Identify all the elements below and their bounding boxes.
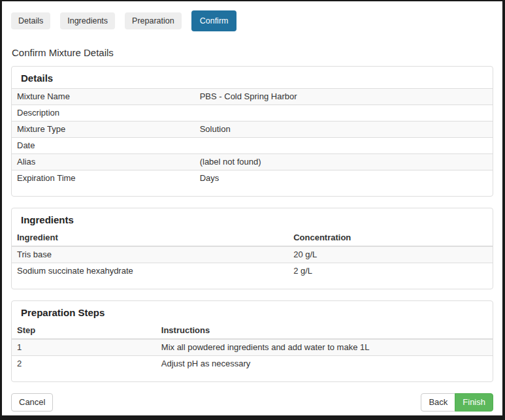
details-panel: Details Mixture Name PBS - Cold Spring H… <box>11 66 493 197</box>
details-row: Alias (label not found) <box>12 154 493 170</box>
detail-label: Alias <box>12 154 195 170</box>
preparation-step-row: 2 Adjust pH as necessary <box>12 356 493 372</box>
column-header-concentration: Concentration <box>288 230 493 246</box>
page-title: Confirm Mixture Details <box>12 46 493 59</box>
step-number: 1 <box>12 339 156 356</box>
tab-details[interactable]: Details <box>11 12 50 29</box>
ingredients-heading: Ingredients <box>12 208 493 230</box>
detail-label: Mixture Name <box>12 89 195 105</box>
details-row: Expiration Time Days <box>12 170 493 187</box>
ingredient-name: Tris base <box>12 246 288 263</box>
preparation-step-row: 1 Mix all powdered ingredients and add w… <box>12 339 493 356</box>
wizard-tabs: Details Ingredients Preparation Confirm <box>11 10 493 31</box>
ingredients-header-row: Ingredient Concentration <box>12 230 493 246</box>
app-window: Details Ingredients Preparation Confirm … <box>0 0 505 420</box>
column-header-instructions: Instructions <box>156 323 493 339</box>
column-header-step: Step <box>12 323 156 339</box>
ingredients-panel: Ingredients Ingredient Concentration Tri… <box>11 208 493 289</box>
tab-ingredients[interactable]: Ingredients <box>60 12 115 29</box>
detail-label: Description <box>12 105 195 121</box>
preparation-header-row: Step Instructions <box>12 323 493 339</box>
step-instructions: Adjust pH as necessary <box>156 356 493 372</box>
details-row: Date <box>12 138 493 154</box>
finish-button[interactable]: Finish <box>455 393 493 412</box>
detail-value: (label not found) <box>195 154 493 170</box>
detail-value: Solution <box>195 121 493 138</box>
footer-actions: Cancel Back Finish <box>11 393 493 412</box>
ingredient-name: Sodium succinate hexahydrate <box>12 263 288 280</box>
step-number: 2 <box>12 356 156 372</box>
details-heading: Details <box>12 67 493 88</box>
detail-label: Mixture Type <box>12 121 195 138</box>
details-row: Description <box>12 105 493 121</box>
ingredient-row: Sodium succinate hexahydrate 2 g/L <box>12 263 493 280</box>
details-table: Mixture Name PBS - Cold Spring Harbor De… <box>12 88 493 186</box>
column-header-ingredient: Ingredient <box>12 230 288 246</box>
ingredient-concentration: 2 g/L <box>288 263 493 280</box>
detail-label: Expiration Time <box>12 170 195 187</box>
tab-confirm[interactable]: Confirm <box>191 10 237 31</box>
details-row: Mixture Type Solution <box>12 121 493 138</box>
details-row: Mixture Name PBS - Cold Spring Harbor <box>12 89 493 105</box>
step-instructions: Mix all powdered ingredients and add wat… <box>156 339 493 356</box>
detail-value: PBS - Cold Spring Harbor <box>195 89 493 105</box>
back-button[interactable]: Back <box>421 393 455 412</box>
confirm-mixture-page: Details Ingredients Preparation Confirm … <box>2 1 502 415</box>
ingredient-row: Tris base 20 g/L <box>12 246 493 263</box>
preparation-panel: Preparation Steps Step Instructions 1 Mi… <box>11 300 493 382</box>
detail-label: Date <box>12 138 195 154</box>
detail-value <box>195 105 493 121</box>
back-finish-button-group: Back Finish <box>421 393 493 412</box>
ingredient-concentration: 20 g/L <box>288 246 493 263</box>
tab-preparation[interactable]: Preparation <box>125 12 182 29</box>
detail-value: Days <box>195 170 493 187</box>
cancel-button[interactable]: Cancel <box>11 393 53 412</box>
preparation-heading: Preparation Steps <box>12 301 493 323</box>
preparation-table: Step Instructions 1 Mix all powdered ing… <box>12 323 493 372</box>
ingredients-table: Ingredient Concentration Tris base 20 g/… <box>12 230 493 279</box>
detail-value <box>195 138 493 154</box>
